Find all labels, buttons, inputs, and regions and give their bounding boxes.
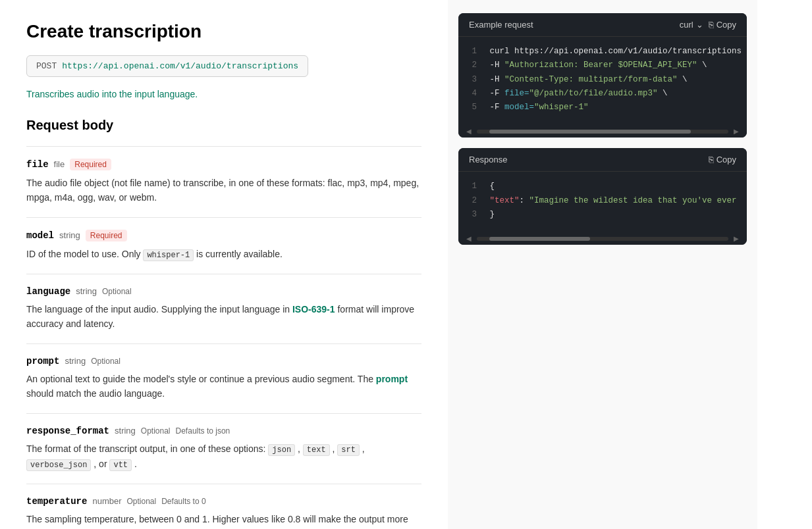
param-temperature: temperature number Optional Defaults to … bbox=[26, 484, 421, 529]
response-header: Response ⎘ Copy bbox=[458, 148, 747, 172]
param-file-header: file file Required bbox=[26, 159, 421, 170]
scroll-track[interactable] bbox=[477, 130, 728, 134]
response-line-number-2: 2 bbox=[469, 194, 477, 208]
inline-code-whisper: whisper-1 bbox=[143, 249, 194, 261]
param-default-response-format: Defaults to json bbox=[176, 426, 230, 436]
link-iso639[interactable]: ISO-639-1 bbox=[292, 304, 335, 315]
line-number-1: 1 bbox=[469, 45, 477, 59]
inline-code-srt: srt bbox=[337, 444, 360, 456]
http-method: POST bbox=[36, 61, 57, 71]
example-request-code: 1 curl https://api.openai.com/v1/audio/t… bbox=[458, 37, 747, 122]
copy-icon: ⎘ bbox=[709, 20, 714, 30]
code-token: -H bbox=[490, 61, 505, 70]
param-badge-model: Required bbox=[86, 230, 127, 241]
scroll-right-arrow[interactable]: ▶ bbox=[731, 128, 742, 135]
inline-code-vtt: vtt bbox=[109, 459, 132, 471]
param-name-file: file bbox=[26, 159, 49, 170]
param-temperature-header: temperature number Optional Defaults to … bbox=[26, 496, 421, 507]
param-language: language string Optional The language of… bbox=[26, 274, 421, 343]
tagline: Transcribes audio into the input languag… bbox=[26, 89, 421, 99]
response-line-3: 3 } bbox=[469, 208, 736, 222]
chevron-down-icon: ⌄ bbox=[696, 20, 703, 30]
response-scrollbar: ◀ ▶ bbox=[458, 232, 747, 245]
response-line-1: 1 { bbox=[469, 180, 736, 193]
param-name-response-format: response_format bbox=[26, 426, 109, 436]
copy-icon-response: ⎘ bbox=[709, 155, 714, 164]
line-number-3: 3 bbox=[469, 73, 477, 87]
example-request-block: Example request curl ⌄ ⎘ Copy 1 curl htt… bbox=[458, 13, 747, 138]
response-line-number-3: 3 bbox=[469, 208, 477, 222]
endpoint-url: https://api.openai.com/v1/audio/transcri… bbox=[62, 61, 298, 71]
param-model: model string Required ID of the model to… bbox=[26, 217, 421, 274]
param-name-temperature: temperature bbox=[26, 496, 87, 507]
param-desc-model: ID of the model to use. Only whisper-1 i… bbox=[26, 247, 421, 262]
param-type-temperature: number bbox=[92, 496, 121, 506]
code-token: \ bbox=[658, 89, 668, 98]
param-default-temperature: Defaults to 0 bbox=[161, 497, 205, 506]
param-name-model: model bbox=[26, 230, 54, 241]
scroll-thumb bbox=[489, 130, 691, 134]
response-line-2: 2 "text": "Imagine the wildest idea that… bbox=[469, 194, 736, 208]
code-token: model= bbox=[504, 103, 534, 112]
param-file: file file Required The audio file object… bbox=[26, 146, 421, 217]
left-panel: Create transcription POST https://api.op… bbox=[0, 0, 448, 529]
example-request-title: Example request bbox=[469, 20, 533, 30]
param-prompt: prompt string Optional An optional text … bbox=[26, 343, 421, 413]
response-scroll-track[interactable] bbox=[477, 237, 728, 241]
code-token: "Authorization: Bearer $OPENAI_API_KEY" bbox=[504, 61, 697, 70]
code-token: curl bbox=[490, 47, 515, 56]
code-token: https://api.openai.com/v1/audio/transcri… bbox=[514, 47, 742, 56]
response-code: 1 { 2 "text": "Imagine the wildest idea … bbox=[458, 172, 747, 230]
code-token: -F bbox=[490, 103, 505, 112]
param-type-model: string bbox=[59, 230, 80, 240]
language-selector[interactable]: curl ⌄ bbox=[680, 20, 703, 30]
page-title: Create transcription bbox=[26, 21, 421, 42]
example-request-code-container: 1 curl https://api.openai.com/v1/audio/t… bbox=[458, 37, 747, 125]
response-line-number-1: 1 bbox=[469, 180, 477, 193]
scroll-left-arrow[interactable]: ◀ bbox=[464, 128, 474, 135]
copy-label: Copy bbox=[717, 20, 736, 30]
code-token: } bbox=[490, 210, 495, 219]
code-token: \ bbox=[742, 47, 747, 56]
code-line-1: 1 curl https://api.openai.com/v1/audio/t… bbox=[469, 45, 736, 59]
response-scroll-left-arrow[interactable]: ◀ bbox=[464, 235, 474, 242]
inline-code-text: text bbox=[303, 444, 330, 456]
param-type-response-format: string bbox=[115, 426, 136, 436]
example-request-actions: curl ⌄ ⎘ Copy bbox=[680, 20, 736, 30]
param-type-file: file bbox=[54, 159, 65, 169]
param-desc-temperature: The sampling temperature, between 0 and … bbox=[26, 512, 421, 529]
code-token: "Content-Type: multipart/form-data" bbox=[504, 75, 678, 84]
code-token: "whisper-1" bbox=[534, 103, 589, 112]
response-code-container: 1 { 2 "text": "Imagine the wildest idea … bbox=[458, 172, 747, 232]
endpoint-box: POST https://api.openai.com/v1/audio/tra… bbox=[26, 55, 308, 77]
inline-code-json: json bbox=[268, 444, 295, 456]
link-prompt[interactable]: prompt bbox=[376, 374, 408, 384]
param-desc-language: The language of the input audio. Supplyi… bbox=[26, 302, 421, 332]
inline-code-verbose-json: verbose_json bbox=[26, 459, 91, 471]
param-name-language: language bbox=[26, 286, 70, 297]
line-number-2: 2 bbox=[469, 59, 477, 72]
param-type-language: string bbox=[76, 286, 97, 296]
line-number-5: 5 bbox=[469, 101, 477, 114]
code-line-4: 4 -F file="@/path/to/file/audio.mp3" \ bbox=[469, 87, 736, 101]
code-token: "Imagine the wildest idea that you've ev… bbox=[529, 196, 737, 205]
param-response-format-header: response_format string Optional Defaults… bbox=[26, 426, 421, 436]
example-request-header: Example request curl ⌄ ⎘ Copy bbox=[458, 13, 747, 37]
param-desc-file: The audio file object (not file name) to… bbox=[26, 176, 421, 205]
response-scroll-right-arrow[interactable]: ▶ bbox=[731, 235, 742, 242]
example-request-scrollbar: ◀ ▶ bbox=[458, 125, 747, 138]
param-language-header: language string Optional bbox=[26, 286, 421, 297]
response-copy-label: Copy bbox=[717, 155, 736, 164]
param-badge-temperature: Optional bbox=[127, 497, 157, 506]
param-desc-prompt: An optional text to guide the model's st… bbox=[26, 372, 421, 401]
example-request-copy-button[interactable]: ⎘ Copy bbox=[709, 20, 736, 30]
code-token: { bbox=[490, 182, 495, 191]
response-title: Response bbox=[469, 155, 508, 164]
code-token: \ bbox=[678, 75, 688, 84]
code-token: "@/path/to/file/audio.mp3" bbox=[529, 89, 658, 98]
param-prompt-header: prompt string Optional bbox=[26, 356, 421, 366]
response-actions: ⎘ Copy bbox=[709, 155, 736, 164]
response-copy-button[interactable]: ⎘ Copy bbox=[709, 155, 736, 164]
param-badge-prompt: Optional bbox=[91, 357, 121, 366]
code-token: -F bbox=[490, 89, 505, 98]
